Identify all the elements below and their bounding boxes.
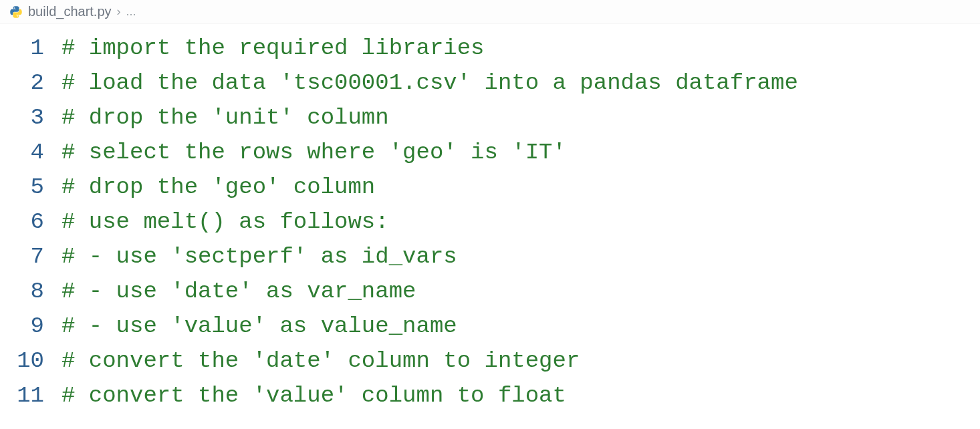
code-line[interactable]: # - use 'value' as value_name (62, 309, 980, 343)
editor-body[interactable]: 1 2 3 4 5 6 7 8 9 10 11 # import the req… (0, 24, 980, 429)
code-line[interactable]: # convert the 'date' column to integer (62, 343, 980, 378)
code-line[interactable]: # load the data 'tsc00001.csv' into a pa… (62, 65, 980, 100)
line-number: 2 (0, 65, 44, 100)
line-number-gutter: 1 2 3 4 5 6 7 8 9 10 11 (0, 31, 62, 429)
code-line[interactable]: # - use 'sectperf' as id_vars (62, 239, 980, 274)
line-number: 1 (0, 31, 44, 65)
code-line[interactable]: # drop the 'geo' column (62, 170, 980, 204)
code-area[interactable]: # import the required libraries # load t… (62, 31, 980, 429)
code-line[interactable]: # - use 'date' as var_name (62, 274, 980, 309)
code-line[interactable]: # drop the 'unit' column (62, 100, 980, 135)
line-number: 5 (0, 170, 44, 204)
line-number: 7 (0, 239, 44, 274)
code-line[interactable]: # import the required libraries (62, 31, 980, 65)
editor-container: build_chart.py › ... 1 2 3 4 5 6 7 8 9 1… (0, 0, 980, 429)
line-number: 10 (0, 343, 44, 378)
line-number: 11 (0, 378, 44, 413)
line-number: 6 (0, 204, 44, 239)
breadcrumb-file-name[interactable]: build_chart.py (28, 4, 112, 19)
code-line[interactable]: # select the rows where 'geo' is 'IT' (62, 135, 980, 170)
code-line[interactable]: # convert the 'value' column to float (62, 378, 980, 413)
breadcrumb-separator: › (117, 5, 121, 19)
line-number: 3 (0, 100, 44, 135)
line-number: 4 (0, 135, 44, 170)
breadcrumb-more[interactable]: ... (126, 5, 136, 19)
line-number: 9 (0, 309, 44, 343)
breadcrumb[interactable]: build_chart.py › ... (0, 0, 980, 24)
line-number: 8 (0, 274, 44, 309)
python-icon (9, 5, 23, 19)
code-line[interactable]: # use melt() as follows: (62, 204, 980, 239)
